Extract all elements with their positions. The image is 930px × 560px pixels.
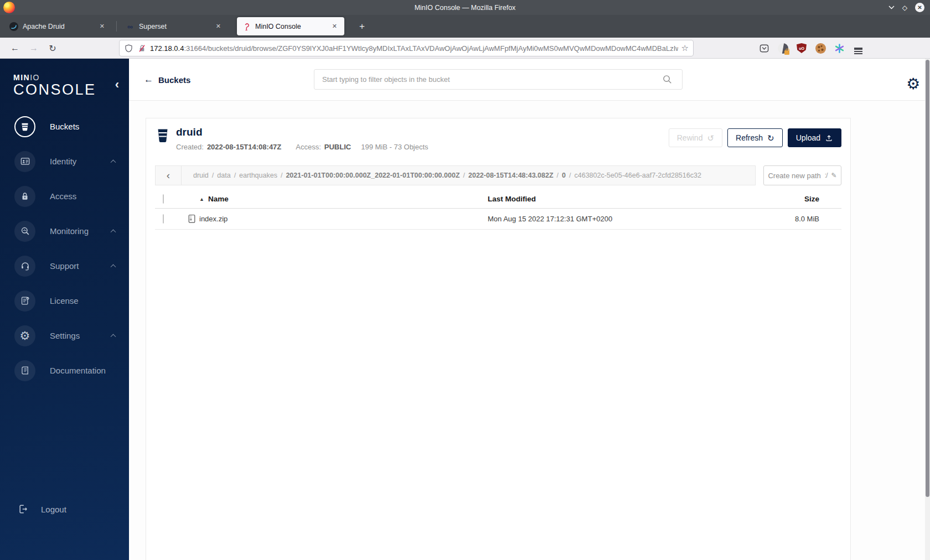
sidebar-item-identity[interactable]: Identity (0, 144, 129, 179)
nav-back-icon[interactable]: ← (7, 40, 23, 56)
breadcrumb-back-icon[interactable]: ‹ (156, 166, 182, 185)
sidebar-item-license[interactable]: License (0, 283, 129, 318)
tab-close-icon[interactable]: ✕ (97, 22, 107, 31)
created-value: 2022-08-15T14:08:47Z (207, 143, 281, 151)
bucket-browser-card: druid Created:2022-08-15T14:08:47ZAccess… (146, 118, 851, 560)
sidebar-item-label: Documentation (50, 366, 106, 375)
window-maximize-icon[interactable]: ◇ (902, 4, 907, 11)
sidebar-item-settings[interactable]: ⚙ Settings (0, 318, 129, 353)
shield-icon[interactable] (124, 44, 133, 53)
column-name[interactable]: ▲Name (188, 195, 488, 203)
create-new-path-button[interactable]: Create new path :/✎ (763, 165, 841, 185)
back-to-buckets[interactable]: ← Buckets (144, 59, 190, 101)
bookmark-star-icon[interactable]: ☆ (681, 43, 689, 53)
tab-apache-druid[interactable]: Apache Druid ✕ (4, 17, 112, 35)
sidebar-item-monitoring[interactable]: Monitoring (0, 214, 129, 248)
bucket-icon (14, 116, 35, 137)
minio-logo: MINIO CONSOLE ‹ (0, 59, 129, 97)
path-segment[interactable]: druid (193, 172, 209, 179)
rewind-icon: ↺ (707, 134, 714, 142)
sidebar-item-access[interactable]: Access (0, 179, 129, 214)
superset-icon: ∞ (126, 22, 135, 31)
bucket-name: druid (176, 126, 203, 138)
path-segment[interactable]: 2022-08-15T14:48:43.082Z (468, 172, 554, 179)
window-close-icon[interactable]: ✕ (915, 3, 924, 12)
upload-icon (825, 134, 833, 142)
menu-hamburger-icon[interactable] (852, 42, 864, 54)
tab-minio-console[interactable]: MinIO Console ✕ (237, 17, 344, 35)
sidebar-item-label: License (50, 296, 79, 305)
tab-label: Superset (139, 23, 214, 30)
refresh-button[interactable]: Refresh ↻ (727, 128, 783, 147)
nav-reload-icon[interactable]: ↻ (44, 40, 61, 56)
upload-button[interactable]: Upload (788, 128, 841, 147)
column-last-modified[interactable]: Last Modified (488, 195, 758, 203)
gear-icon: ⚙ (14, 325, 35, 346)
path-segment[interactable]: data (217, 172, 230, 179)
url-host: 172.18.0.4 (150, 44, 184, 53)
url-bar[interactable]: 172.18.0.4:31664/buckets/druid/browse/ZG… (119, 40, 694, 56)
tab-bar: Apache Druid ✕ ∞ Superset ✕ MinIO Consol… (0, 15, 930, 38)
sidebar-item-label: Monitoring (50, 226, 89, 236)
new-tab-button[interactable]: + (355, 21, 369, 32)
chevron-up-icon[interactable] (111, 159, 116, 165)
sidebar-item-buckets[interactable]: Buckets (0, 109, 129, 144)
logo-console: CONSOLE (13, 82, 129, 97)
nav-forward-icon[interactable]: → (25, 40, 42, 56)
browser-toolbar: ← → ↻ 172.18.0.4:31664/buckets/druid/bro… (0, 38, 930, 59)
firefox-logo-icon (3, 2, 15, 13)
pocket-icon[interactable] (758, 42, 770, 54)
rewind-button[interactable]: Rewind ↺ (669, 128, 722, 147)
tab-label: Apache Druid (23, 23, 97, 30)
object-modified: Mon Aug 15 2022 17:12:31 GMT+0200 (488, 215, 758, 223)
tab-superset[interactable]: ∞ Superset ✕ (121, 17, 228, 35)
sidebar-item-label: Buckets (50, 122, 79, 131)
logo-io: IO (30, 73, 40, 82)
select-all-cell (155, 195, 188, 203)
object-size: 8.0 MiB (758, 215, 841, 223)
refresh-icon: ↻ (767, 134, 774, 142)
sidebar-item-support[interactable]: Support (0, 248, 129, 283)
cookie-extension-icon[interactable] (814, 42, 826, 54)
druid-icon (9, 22, 18, 31)
chevron-up-icon[interactable] (111, 334, 116, 339)
row-checkbox[interactable] (163, 214, 164, 224)
rewind-label: Rewind (677, 133, 703, 142)
search-icon[interactable] (662, 74, 673, 85)
logo-min: MIN (13, 73, 30, 82)
path-segment[interactable]: earthquakes (239, 172, 277, 179)
chevron-up-icon[interactable] (111, 264, 116, 269)
window-titlebar: MinIO Console — Mozilla Firefox ◇ ✕ (0, 0, 930, 15)
sidebar-collapse-icon[interactable]: ‹ (115, 79, 119, 91)
bucket-usage: 199 MiB - 73 Objects (361, 143, 428, 151)
breadcrumb-path: druid/data/earthquakes/2021-01-01T00:00:… (182, 172, 701, 179)
url-text[interactable]: 172.18.0.4:31664/buckets/druid/browse/ZG… (150, 44, 678, 53)
table-row[interactable]: index.zip Mon Aug 15 2022 17:12:31 GMT+0… (155, 209, 841, 230)
privacy-extension-icon[interactable] (777, 42, 789, 54)
insecure-lock-icon[interactable] (137, 44, 147, 53)
chevron-up-icon[interactable] (111, 229, 116, 235)
tab-close-icon[interactable]: ✕ (330, 22, 339, 31)
select-all-checkbox[interactable] (163, 194, 164, 204)
pencil-icon: ✎ (831, 172, 837, 179)
path-segment[interactable]: 2021-01-01T00:00:00.000Z_2022-01-01T00:0… (286, 172, 459, 179)
filter-objects-input[interactable] (314, 69, 683, 90)
minio-sidebar: MINIO CONSOLE ‹ Buckets Identity (0, 59, 129, 560)
settings-gear-icon[interactable]: ⚙ (906, 76, 920, 92)
window-controls: ◇ ✕ (888, 0, 924, 15)
sidebar-item-documentation[interactable]: Documentation (0, 353, 129, 388)
column-size[interactable]: Size (758, 195, 841, 203)
object-name-cell[interactable]: index.zip (188, 214, 488, 224)
path-segment[interactable]: 0 (562, 172, 566, 179)
sidebar-item-label: Settings (50, 331, 80, 340)
container-extension-icon[interactable] (833, 42, 845, 54)
sidebar-item-logout[interactable]: Logout (0, 498, 129, 520)
scrollbar-thumb[interactable] (926, 60, 929, 497)
path-segment[interactable]: c463802c-5e05-46e6-aaf7-2cfd28516c32 (575, 172, 701, 179)
tab-close-icon[interactable]: ✕ (214, 22, 223, 31)
table-header: ▲Name Last Modified Size (155, 190, 841, 209)
window-minimize-icon[interactable] (888, 6, 895, 9)
page-scrollbar[interactable] (925, 59, 930, 560)
license-icon (14, 291, 35, 312)
ublock-extension-icon[interactable]: uO (795, 42, 808, 54)
